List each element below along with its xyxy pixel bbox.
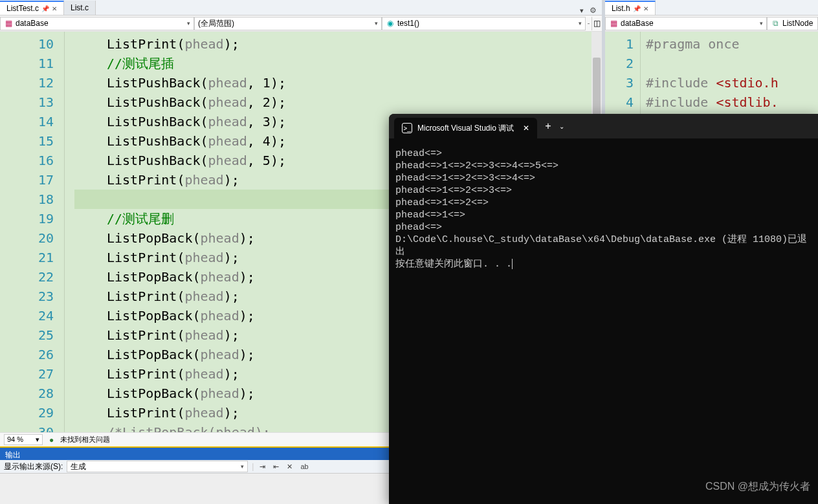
scope-combo-3[interactable]: ◉ test1() ▾ — [382, 17, 586, 30]
chevron-down-icon[interactable]: ⌄ — [559, 123, 564, 130]
chevron-down-icon: ▾ — [36, 435, 39, 444]
chevron-down-icon: ▾ — [372, 20, 378, 27]
left-tab-strip: ListTest.c 📌 ✕ List.c ▾ ⚙ — [0, 0, 602, 16]
new-tab-button[interactable]: + — [537, 120, 558, 132]
scope-combo-2[interactable]: (全局范围) ▾ — [194, 17, 382, 30]
terminal-app-icon: >_ — [402, 123, 412, 133]
chevron-down-icon: ▾ — [238, 463, 244, 470]
terminal-output[interactable]: phead<=>phead<=>1<=>2<=>3<=>4<=>5<=>phea… — [389, 138, 818, 279]
chevron-down-icon: ▾ — [757, 20, 763, 27]
issues-text: 未找到相关问题 — [60, 435, 110, 444]
tool-icon[interactable]: ab — [298, 463, 310, 470]
project-icon: ▦ — [609, 19, 618, 28]
scope-combo-1[interactable]: ▦ dataBase ▾ — [605, 17, 767, 30]
struct-icon: ⧉ — [771, 19, 780, 28]
tool-icon[interactable]: ✕ — [285, 463, 294, 471]
pin-icon[interactable]: 📌 — [41, 5, 49, 12]
chevron-down-icon: ▾ — [184, 20, 190, 27]
chevron-down-icon: ▾ — [576, 20, 582, 27]
watermark: CSDN @想成为传火者 — [705, 480, 810, 494]
scope-combo-2[interactable]: ⧉ ListNode — [767, 17, 818, 30]
output-source-label: 显示输出来源(S): — [4, 461, 63, 472]
line-number-gutter: 1011121314151617181920212223242526272829… — [0, 32, 65, 432]
tool-icon[interactable]: ⇤ — [271, 463, 281, 471]
tab-label: ListTest.c — [6, 4, 39, 13]
left-nav-bar: ▦ dataBase ▾ (全局范围) ▾ ◉ test1() ▾ - ◫ — [0, 16, 602, 32]
right-tab-strip: List.h 📌 ✕ — [605, 0, 818, 16]
dropdown-icon[interactable]: ▾ — [578, 6, 586, 15]
project-icon: ▦ — [4, 19, 13, 28]
pin-icon[interactable]: 📌 — [633, 5, 641, 12]
debug-terminal-window[interactable]: >_ Microsoft Visual Studio 调试 ✕ + ⌄ phea… — [389, 114, 818, 504]
split-icon: ◫ — [593, 19, 601, 28]
terminal-title: Microsoft Visual Studio 调试 — [417, 123, 514, 134]
split-view-button[interactable]: ◫ — [591, 17, 602, 30]
close-icon[interactable]: ✕ — [519, 124, 529, 133]
scope-combo-1[interactable]: ▦ dataBase ▾ — [0, 17, 194, 30]
function-icon: ◉ — [386, 19, 395, 28]
tab-list-c[interactable]: List.c — [64, 1, 96, 15]
tool-icon[interactable]: ⇥ — [258, 463, 267, 471]
tab-label: List.c — [71, 3, 89, 12]
right-nav-bar: ▦ dataBase ▾ ⧉ ListNode — [605, 16, 818, 32]
check-icon: ● — [49, 435, 54, 444]
terminal-titlebar[interactable]: >_ Microsoft Visual Studio 调试 ✕ + ⌄ — [389, 114, 818, 138]
close-icon[interactable]: ✕ — [643, 5, 648, 12]
tab-label: List.h — [612, 4, 630, 13]
tab-list-h[interactable]: List.h 📌 ✕ — [605, 1, 656, 15]
gear-icon[interactable]: ⚙ — [587, 6, 599, 15]
output-source-combo[interactable]: 生成 ▾ — [67, 461, 248, 472]
zoom-combo[interactable]: 94 %▾ — [4, 434, 43, 445]
fold-column[interactable] — [65, 32, 74, 432]
tab-listtest-c[interactable]: ListTest.c 📌 ✕ — [0, 1, 64, 15]
nav-dash: - — [586, 19, 591, 28]
terminal-tab[interactable]: >_ Microsoft Visual Studio 调试 ✕ — [394, 118, 537, 138]
close-icon[interactable]: ✕ — [52, 5, 57, 12]
